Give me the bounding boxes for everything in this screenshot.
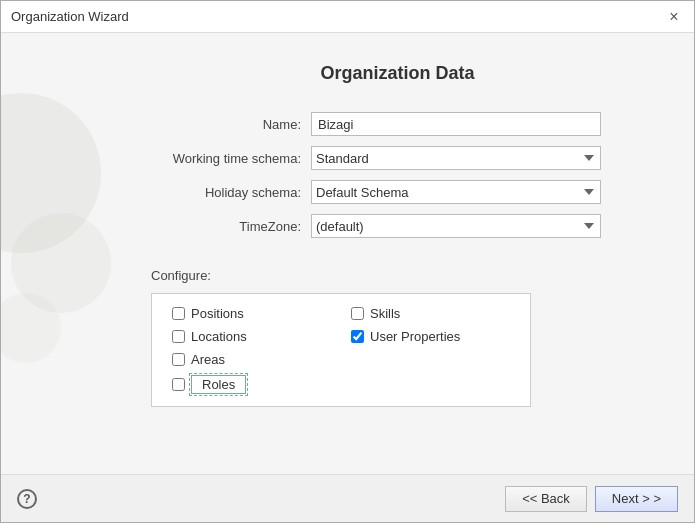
- roles-item: Roles: [172, 375, 510, 394]
- footer: ? << Back Next > >: [1, 474, 694, 522]
- working-time-select[interactable]: Standard: [311, 146, 601, 170]
- main-panel: Organization Data Name: Working time sch…: [121, 33, 694, 474]
- content-area: Organization Data Name: Working time sch…: [1, 33, 694, 474]
- holiday-select[interactable]: Default Schema: [311, 180, 601, 204]
- holiday-label: Holiday schema:: [141, 185, 301, 200]
- configure-label: Configure:: [151, 268, 654, 283]
- close-button[interactable]: ×: [664, 7, 684, 27]
- window-title: Organization Wizard: [11, 9, 129, 24]
- left-decoration: [1, 33, 121, 474]
- locations-label: Locations: [191, 329, 247, 344]
- name-field-group: Name:: [141, 112, 654, 136]
- footer-buttons: << Back Next > >: [505, 486, 678, 512]
- main-window: Organization Wizard × Organization Data …: [0, 0, 695, 523]
- name-label: Name:: [141, 117, 301, 132]
- timezone-label: TimeZone:: [141, 219, 301, 234]
- timezone-group: TimeZone: (default): [141, 214, 654, 238]
- holiday-group: Holiday schema: Default Schema: [141, 180, 654, 204]
- skills-label: Skills: [370, 306, 400, 321]
- checkbox-grid: Positions Skills Locations User Properti…: [172, 306, 510, 367]
- positions-checkbox-item: Positions: [172, 306, 331, 321]
- locations-checkbox[interactable]: [172, 330, 185, 343]
- back-button[interactable]: << Back: [505, 486, 587, 512]
- name-input[interactable]: [311, 112, 601, 136]
- positions-label: Positions: [191, 306, 244, 321]
- page-title: Organization Data: [141, 63, 654, 84]
- help-button[interactable]: ?: [17, 489, 37, 509]
- roles-checkbox[interactable]: [172, 378, 185, 391]
- user-properties-label: User Properties: [370, 329, 460, 344]
- areas-label: Areas: [191, 352, 225, 367]
- user-properties-checkbox-item: User Properties: [351, 329, 510, 344]
- next-button[interactable]: Next > >: [595, 486, 678, 512]
- working-time-group: Working time schema: Standard: [141, 146, 654, 170]
- working-time-label: Working time schema:: [141, 151, 301, 166]
- roles-button[interactable]: Roles: [191, 375, 246, 394]
- timezone-select[interactable]: (default): [311, 214, 601, 238]
- title-bar: Organization Wizard ×: [1, 1, 694, 33]
- locations-checkbox-item: Locations: [172, 329, 331, 344]
- skills-checkbox-item: Skills: [351, 306, 510, 321]
- configure-box: Positions Skills Locations User Properti…: [151, 293, 531, 407]
- positions-checkbox[interactable]: [172, 307, 185, 320]
- skills-checkbox[interactable]: [351, 307, 364, 320]
- areas-checkbox-item: Areas: [172, 352, 331, 367]
- areas-checkbox[interactable]: [172, 353, 185, 366]
- user-properties-checkbox[interactable]: [351, 330, 364, 343]
